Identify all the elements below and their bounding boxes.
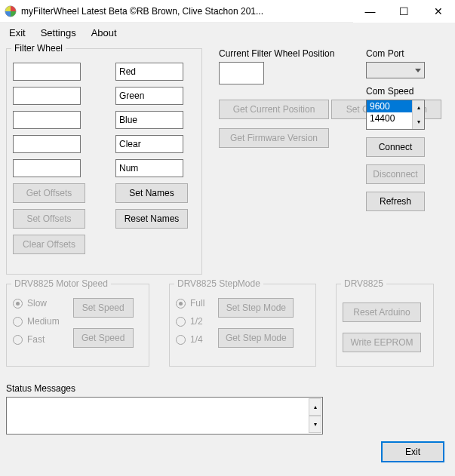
speed-medium-radio[interactable]: Medium (13, 316, 60, 327)
motor-speed-label: DRV8825 Motor Speed (11, 278, 111, 289)
com-speed-label: Com Speed (366, 86, 455, 97)
set-names-button[interactable]: Set Names (115, 183, 188, 203)
speed-slow-radio[interactable]: Slow (13, 298, 60, 309)
step-quarter-radio[interactable]: 1/4 (176, 334, 204, 345)
filter-wheel-group: Filter Wheel Get Offsets Set Offsets Cle… (6, 48, 202, 275)
step-mode-group: DRV8825 StepMode Full 1/2 1/4 Set Step M… (169, 284, 316, 367)
motor-speed-group: DRV8825 Motor Speed Slow Medium Fast Set… (6, 284, 149, 367)
com-port-select[interactable] (366, 62, 425, 78)
reset-names-button[interactable]: Reset Names (115, 209, 188, 229)
clear-offsets-button[interactable]: Clear Offsets (13, 235, 85, 254)
firmware-button[interactable]: Get Firmware Version (219, 128, 329, 148)
get-step-mode-button[interactable]: Get Step Mode (218, 328, 294, 348)
position-input[interactable] (219, 62, 264, 84)
speed-up-button[interactable]: ▴ (412, 100, 424, 115)
close-button[interactable]: ✕ (421, 0, 455, 23)
get-speed-button[interactable]: Get Speed (73, 328, 134, 348)
step-full-radio[interactable]: Full (176, 298, 204, 309)
name-0-input[interactable] (115, 63, 183, 81)
com-port-label: Com Port (366, 48, 455, 59)
offset-2-input[interactable] (13, 111, 81, 129)
menu-settings[interactable]: Settings (41, 27, 76, 38)
offset-3-input[interactable] (13, 135, 81, 153)
disconnect-button[interactable]: Disconnect (366, 164, 425, 184)
minimize-button[interactable]: — (353, 0, 387, 23)
refresh-button[interactable]: Refresh (366, 192, 425, 211)
offset-4-input[interactable] (13, 159, 81, 177)
offset-0-input[interactable] (13, 63, 81, 81)
name-1-input[interactable] (115, 87, 183, 105)
status-up-button[interactable]: ▴ (309, 398, 321, 416)
titlebar: myFilterWheel Latest Beta ©RB Brown, Cli… (0, 0, 455, 23)
status-messages[interactable]: ▴ ▾ (6, 397, 323, 435)
connect-button[interactable]: Connect (366, 137, 425, 157)
menubar: Exit Settings About (0, 23, 455, 42)
maximize-button[interactable]: ☐ (387, 0, 421, 23)
status-down-button[interactable]: ▾ (309, 416, 321, 433)
status-label: Status Messages (6, 383, 323, 394)
com-speed-list[interactable]: 9600 14400 ▴ ▾ (366, 100, 425, 130)
reset-arduino-button[interactable]: Reset Arduino (343, 302, 421, 322)
exit-button[interactable]: Exit (381, 441, 444, 462)
app-icon (5, 5, 17, 17)
get-offsets-button[interactable]: Get Offsets (13, 183, 85, 203)
drv8825-group: DRV8825 Reset Arduino Write EEPROM (336, 284, 434, 367)
menu-exit[interactable]: Exit (9, 27, 26, 38)
menu-about[interactable]: About (91, 27, 117, 38)
name-3-input[interactable] (115, 135, 183, 153)
window-title: myFilterWheel Latest Beta ©RB Brown, Cli… (21, 6, 353, 17)
set-step-mode-button[interactable]: Set Step Mode (218, 298, 294, 318)
offset-1-input[interactable] (13, 87, 81, 105)
step-mode-label: DRV8825 StepMode (174, 278, 263, 289)
filter-wheel-label: Filter Wheel (11, 43, 66, 54)
set-speed-button[interactable]: Set Speed (73, 298, 134, 318)
speed-down-button[interactable]: ▾ (412, 115, 424, 129)
write-eeprom-button[interactable]: Write EEPROM (343, 333, 421, 352)
drv8825-label: DRV8825 (341, 278, 386, 289)
name-2-input[interactable] (115, 111, 183, 129)
speed-fast-radio[interactable]: Fast (13, 334, 60, 345)
step-half-radio[interactable]: 1/2 (176, 316, 204, 327)
get-position-button[interactable]: Get Current Position (219, 100, 329, 119)
set-offsets-button[interactable]: Set Offsets (13, 209, 85, 229)
name-4-input[interactable] (115, 159, 183, 177)
